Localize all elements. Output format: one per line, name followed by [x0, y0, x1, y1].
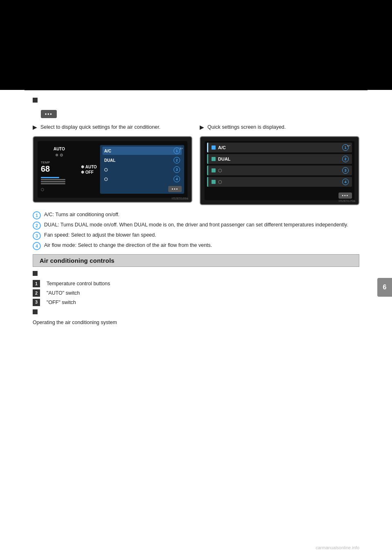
sq-row-3: 3 "OFF" switch — [33, 299, 359, 307]
sq-badge-1: 1 — [33, 280, 40, 287]
desc-badge-1: 1 — [33, 211, 41, 219]
desc-text-1: A/C: Turns air conditioning on/off. — [44, 211, 359, 219]
bar-2 — [41, 179, 65, 180]
arrow-left-col: ▶ Select to display quick settings for t… — [33, 122, 192, 132]
main-content: ••• ▶ Select to display quick settings f… — [0, 90, 392, 338]
right-back-button[interactable]: ↩ — [347, 143, 350, 148]
off-row: ❄ OFF — [81, 170, 97, 175]
right-screen-dots[interactable]: ••• — [339, 192, 352, 199]
right-item-2-label: DUAL — [218, 157, 231, 161]
menu-item-3-label: ⬡ — [104, 168, 108, 172]
screens-row: AUTO ❄ ⚙ TEMP 68 — [33, 136, 359, 205]
auto-icon: ❄ — [81, 165, 84, 169]
right-item-4-indicator — [212, 180, 216, 184]
menu-item-1-num: 1 — [174, 148, 180, 154]
bar-4 — [41, 183, 65, 184]
numbered-descriptions: 1 A/C: Turns air conditioning on/off. 2 … — [33, 211, 359, 250]
right-item-2-num: 2 — [342, 156, 349, 162]
page-tab: 6 — [377, 278, 392, 297]
right-screen-container: ↩ A/C 1 DUAL 2 — [200, 136, 359, 205]
bar-3 — [41, 181, 65, 182]
section3-block: Operating the air conditioning system — [33, 309, 359, 327]
arrow-row: ▶ Select to display quick settings for t… — [33, 122, 359, 132]
right-item-3-num: 3 — [342, 167, 349, 174]
right-menu: ↩ A/C 1 DUAL 2 ⬡ 3 — [100, 145, 184, 194]
back-button[interactable]: ↩ — [180, 146, 183, 151]
sq-text-1: Temperature control buttons — [47, 280, 359, 288]
menu-item-1[interactable]: A/C 1 — [102, 147, 182, 155]
temp-value: 68 — [41, 164, 78, 174]
menu-item-4[interactable]: ⬡ 4 — [102, 175, 182, 183]
section3-header — [33, 309, 359, 317]
left-screen-dots[interactable]: ••• — [168, 186, 182, 192]
section-marker-3 — [33, 309, 38, 314]
menu-item-1-label: A/C — [104, 149, 111, 153]
right-item-2[interactable]: DUAL 2 — [207, 154, 352, 164]
auto-text: AUTO — [85, 165, 97, 169]
desc-text-4: Air flow mode: Select to change the dire… — [44, 242, 359, 249]
auto-label: AUTO — [41, 147, 78, 151]
menu-item-3-num: 3 — [174, 166, 180, 173]
desc-badge-3: 3 — [33, 232, 41, 240]
auto-off-panel: ❄ AUTO ❄ OFF — [81, 145, 97, 194]
desc-row-4: 4 Air flow mode: Select to change the di… — [33, 242, 359, 250]
bar-group — [41, 177, 78, 184]
section3-text: Operating the air conditioning system — [33, 318, 359, 327]
arrow-right-text: Quick settings screen is displayed. — [207, 123, 286, 131]
left-panel: AUTO ❄ ⚙ TEMP 68 — [41, 145, 78, 194]
bar-1 — [41, 177, 59, 178]
right-item-4-label: ⬡ — [218, 179, 222, 185]
right-item-1-label: A/C — [218, 145, 226, 150]
off-text: OFF — [85, 170, 94, 175]
arrow-right-col: ▶ Quick settings screen is displayed. — [200, 122, 359, 132]
desc-row-3: 3 Fan speed: Select to adjust the blower… — [33, 231, 359, 240]
section-marker-1 — [33, 98, 38, 103]
sq-badge-2: 2 — [33, 289, 40, 297]
menu-item-4-label: ⬡ — [104, 177, 108, 181]
section2-block: 1 Temperature control buttons 2 "AUTO" s… — [33, 271, 359, 306]
section1-header — [33, 98, 359, 105]
dots-button[interactable]: ••• — [41, 110, 57, 118]
right-screen-id: II52E5170a — [339, 199, 355, 203]
page-container: ••• ▶ Select to display quick settings f… — [0, 0, 392, 555]
left-screen-top: AUTO ❄ ⚙ TEMP 68 — [41, 145, 184, 194]
right-item-3[interactable]: ⬡ 3 — [207, 166, 352, 175]
right-item-1[interactable]: A/C 1 — [207, 143, 352, 152]
right-item-2-indicator — [212, 157, 216, 161]
sq-text-3: "OFF" switch — [47, 299, 359, 307]
right-item-4[interactable]: ⬡ 4 — [207, 177, 352, 187]
menu-item-2-label: DUAL — [104, 158, 116, 163]
arrow-left-text: Select to display quick settings for the… — [40, 123, 160, 131]
right-item-4-num: 4 — [342, 179, 349, 185]
sq-badge-3: 3 — [33, 299, 40, 306]
arrow-left-icon: ▶ — [33, 124, 37, 130]
auto-row: ❄ AUTO — [81, 165, 97, 169]
desc-row-1: 1 A/C: Turns air conditioning on/off. — [33, 211, 359, 219]
right-screen-inner: ↩ A/C 1 DUAL 2 — [205, 141, 354, 200]
right-item-3-label: ⬡ — [218, 168, 222, 173]
desc-badge-4: 4 — [33, 242, 41, 250]
left-screen-container: AUTO ❄ ⚙ TEMP 68 — [33, 136, 192, 203]
ac-icon: ❄ ⚙ — [41, 153, 78, 157]
ac-controls-header: Air conditioning controls — [33, 254, 359, 267]
bottom-logo: carmanualsonline.info — [316, 545, 359, 550]
arrow-right-icon: ▶ — [200, 124, 204, 130]
sq-row-1: 1 Temperature control buttons — [33, 280, 359, 288]
temp-label: TEMP — [41, 161, 78, 164]
section-marker-2 — [33, 271, 38, 276]
section2-header — [33, 271, 359, 278]
bottom-icon: ⬡ — [41, 188, 78, 192]
desc-badge-2: 2 — [33, 222, 41, 230]
desc-text-2: DUAL: Turns DUAL mode on/off. When DUAL … — [44, 221, 359, 229]
temp-display: TEMP 68 — [41, 161, 78, 174]
desc-text-3: Fan speed: Select to adjust the blower f… — [44, 231, 359, 239]
top-black-area — [0, 0, 392, 90]
left-screen-inner: AUTO ❄ ⚙ TEMP 68 — [38, 141, 187, 198]
menu-item-2[interactable]: DUAL 2 — [102, 156, 182, 164]
desc-row-2: 2 DUAL: Turns DUAL mode on/off. When DUA… — [33, 221, 359, 230]
menu-item-3[interactable]: ⬡ 3 — [102, 166, 182, 174]
right-item-1-indicator — [212, 145, 216, 150]
sq-row-2: 2 "AUTO" switch — [33, 289, 359, 297]
right-item-3-indicator — [212, 168, 216, 172]
menu-item-4-num: 4 — [174, 176, 180, 182]
